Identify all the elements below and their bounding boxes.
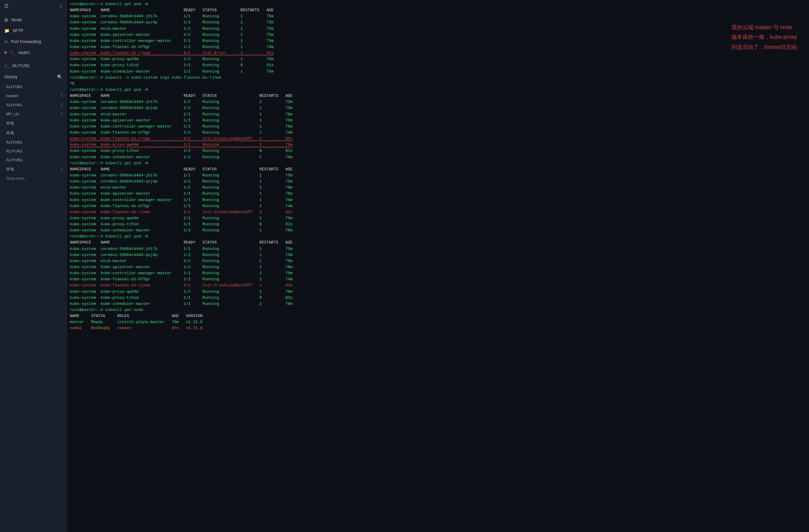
terminal-line: kube-system coredns-59d64cd4d4-jhl7k 1/1…: [70, 172, 806, 178]
terminal-line: NAMESPACE NAME READY STATUS RESTARTS AGE: [70, 167, 806, 172]
warn-icon-9: !: [61, 167, 62, 172]
history-item-9[interactable]: 本地 !: [0, 164, 67, 174]
history-item-8[interactable]: ALIYUN1: [0, 155, 67, 164]
history-item-7[interactable]: ALIYUN1: [0, 147, 67, 155]
nav-section: ▦ Hosts 📁 SFTP ⇄ Port Forwarding >_ node…: [0, 13, 67, 60]
terminal-line: kube-system etcd-master 1/1 Running 1 75…: [70, 26, 806, 32]
history-item-1[interactable]: master !: [0, 91, 67, 100]
terminal-line: kube-system coredns-59d64cd4d4-qsj4p 1/1…: [70, 252, 806, 258]
home-icon[interactable]: ⌂: [59, 3, 62, 9]
sidebar-top-left: ☰: [4, 3, 8, 9]
aliyun1-session-label: ALIYUN1: [12, 63, 30, 68]
terminal-line: NAME STATUS ROLES AGE VERSION: [70, 313, 806, 319]
warn-icon-1: !: [61, 93, 62, 98]
terminal-line: kube-system kube-flannel-ds-b75gr 1/1 Ru…: [70, 276, 806, 282]
terminal-line: kube-system coredns-59d64cd4d4-jhl7k 1/1…: [70, 246, 806, 252]
sidebar-item-hosts[interactable]: ▦ Hosts: [0, 14, 67, 25]
terminal-line: kube-system kube-scheduler-master 1/1 Ru…: [70, 227, 806, 234]
terminal-line: kube-system coredns-59d64cd4d4-jhl7k 1/1…: [70, 13, 806, 19]
sidebar-item-node1[interactable]: >_ node1: [0, 47, 67, 58]
terminal-line: kube-system kube-apiserver-master 1/1 Ru…: [70, 191, 806, 197]
history-item-label-9: 本地: [6, 167, 14, 172]
terminal-line: kube-system coredns-59d64cd4d4-qsj4p 1/1…: [70, 178, 806, 185]
terminal-line: kube-system kube-scheduler-master 1/1 Ru…: [70, 154, 806, 160]
terminal-line: kube-system kube-flannel-ds-b75gr 1/1 Ru…: [70, 44, 806, 50]
terminal-main[interactable]: 里的云端 master 与 node版本保持一致，kube-proxy到是启动了…: [67, 0, 809, 532]
terminal-line: kube-system kube-proxy-tz5sd 1/1 Running…: [70, 221, 806, 227]
sftp-icon: 📁: [4, 28, 10, 33]
terminal-line: kube-system kube-proxy-tz5sd 1/1 Running…: [70, 148, 806, 154]
history-item-label-3: MY_U1: [6, 112, 19, 116]
terminal-line-flannel-crashloop1: kube-system kube-flannel-ds-rjnwn 0/1 In…: [70, 136, 806, 142]
terminal-line: kube-system etcd-master 1/1 Running 1 76…: [70, 111, 806, 118]
sidebar-item-sftp[interactable]: 📁 SFTP: [0, 25, 67, 36]
history-list: ALIYUN1 master ! ALIYUN1 ! MY_U1 ! 本地 本地…: [0, 82, 67, 174]
history-header: History 🔍: [0, 71, 67, 82]
terminal-line-node1-notready: node1 NotReady <none> 87s v1.21.6: [70, 325, 806, 331]
history-item-label-5: 本地: [6, 130, 14, 136]
terminal-line: NAMESPACE NAME READY STATUS RESTARTS AGE: [70, 93, 806, 99]
warn-icon-2: !: [61, 102, 62, 107]
terminal-line: kube-system kube-scheduler-master 1/1 Ru…: [70, 301, 806, 307]
sidebar-item-port-forwarding[interactable]: ⇄ Port Forwarding: [0, 36, 67, 47]
terminal-line: kube-system kube-flannel-ds-b75gr 1/1 Ru…: [70, 130, 806, 136]
history-item-5[interactable]: 本地: [0, 128, 67, 138]
terminal-line: kube-system kube-apiserver-master 1/1 Ru…: [70, 32, 806, 38]
history-item-label-0: ALIYUN1: [6, 84, 22, 89]
red-dot-icon: [4, 51, 7, 54]
terminal-line: kube-system coredns-59d64cd4d4-jhl7k 1/1…: [70, 99, 806, 105]
terminal-line: kube-system kube-proxy-tz5sd 1/1 Running…: [70, 62, 806, 68]
terminal-line: root@master:~# kubectl get pod -A: [70, 1, 806, 7]
history-item-label-8: ALIYUN1: [6, 158, 22, 162]
hamburger-icon[interactable]: ☰: [4, 3, 8, 9]
history-item-label-6: ALIYUN1: [6, 140, 22, 144]
history-item-0[interactable]: ALIYUN1: [0, 82, 67, 91]
terminal-line: root@master:~# kubectl get pod -A: [70, 160, 806, 167]
terminal-line: kube-system kube-controller-manager-mast…: [70, 124, 806, 130]
terminal-line: kube-system kube-controller-manager-mast…: [70, 270, 806, 276]
terminal-line: kube-system etcd-master 1/1 Running 1 76…: [70, 185, 806, 191]
terminal-content: 里的云端 master 与 node版本保持一致，kube-proxy到是启动了…: [70, 1, 806, 331]
terminal-line-proxy-underline: kube-system kube-proxy-qw44m 1/1 Running…: [70, 142, 806, 148]
terminal-line: kube-system kube-controller-manager-mast…: [70, 38, 806, 44]
history-item-label-4: 本地: [6, 121, 14, 126]
show-more-button[interactable]: Show more...: [0, 174, 67, 183]
sidebar: ☰ ⌂ ▦ Hosts 📁 SFTP ⇄ Port Forwarding >_ …: [0, 0, 67, 532]
sidebar-top: ☰ ⌂: [0, 0, 67, 13]
warn-icon-3: !: [61, 111, 62, 116]
node1-label: node1: [18, 50, 30, 55]
terminal-line: kube-system coredns-59d64cd4d4-qsj4p 1/1…: [70, 105, 806, 111]
aliyun1-session-icon: >_: [4, 63, 9, 68]
terminal-line: kube-system kube-flannel-ds-b75gr 1/1 Ru…: [70, 203, 806, 209]
history-item-2[interactable]: ALIYUN1 !: [0, 100, 67, 109]
terminal-line: kube-system kube-apiserver-master 1/1 Ru…: [70, 118, 806, 124]
history-search-icon[interactable]: 🔍: [57, 74, 62, 79]
terminal-line: kube-system kube-proxy-qw44m 1/1 Running…: [70, 215, 806, 221]
terminal-line-flannel-crashloop3: kube-system kube-flannel-ds-rjnwn 0/1 In…: [70, 282, 806, 289]
history-item-label-7: ALIYUN1: [6, 149, 22, 153]
terminal-line: kube-system coredns-59d64cd4d4-qsj4p 1/1…: [70, 19, 806, 25]
terminal-line-flannel-error: kube-system kube-flannel-ds-rjnwn 0/1 In…: [70, 50, 806, 56]
history-item-3[interactable]: MY_U1 !: [0, 109, 67, 118]
terminal-line: kube-system kube-proxy-qw44m 1/1 Running…: [70, 56, 806, 62]
terminal-line: kube-system kube-proxy-qw44m 1/1 Running…: [70, 289, 806, 295]
terminal-line: kube-system etcd-master 1/1 Running 1 76…: [70, 258, 806, 264]
hosts-label: Hosts: [11, 17, 22, 22]
port-forwarding-label: Port Forwarding: [11, 39, 41, 44]
node1-icon: >_: [10, 50, 15, 55]
port-forward-icon: ⇄: [4, 39, 8, 44]
sidebar-item-aliyun1-session[interactable]: >_ ALIYUN1: [0, 60, 67, 71]
hosts-icon: ▦: [4, 17, 8, 22]
terminal-line: NAMESPACE NAME READY STATUS RESTARTS AGE: [70, 7, 806, 13]
terminal-line: root@master:~# kubectl get pod -A: [70, 87, 806, 93]
history-item-4[interactable]: 本地: [0, 118, 67, 128]
terminal-line: kube-system kube-controller-manager-mast…: [70, 197, 806, 203]
terminal-line: NAMESPACE NAME READY STATUS RESTARTS AGE: [70, 240, 806, 246]
history-title: History: [4, 74, 18, 79]
terminal-line-flannel-crashloop2: kube-system kube-flannel-ds-rjnwn 0/1 In…: [70, 209, 806, 215]
terminal-line: root@master:~# kubectl get pod -A: [70, 234, 806, 240]
terminal-line: root@master:~# kubectl get node: [70, 307, 806, 313]
history-item-6[interactable]: ALIYUN1: [0, 138, 67, 147]
history-item-label-1: master: [6, 93, 18, 98]
terminal-line: kube-system kube-scheduler-master 1/1 Ru…: [70, 69, 806, 75]
